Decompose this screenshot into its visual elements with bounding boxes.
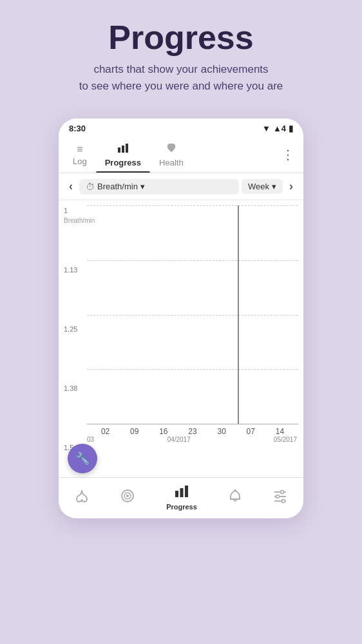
wrench-icon: 🔧 <box>75 451 90 466</box>
status-icons: ▼ ▲4 ▮ <box>262 124 293 133</box>
tab-progress-label: Progress <box>105 158 141 167</box>
x-axis-labels: 02 09 16 23 30 07 14 <box>87 424 298 436</box>
svg-rect-6 <box>175 491 178 497</box>
wifi-icon: ▼ <box>262 124 271 133</box>
hero-title: Progress <box>108 19 253 56</box>
x-label-16: 16 <box>159 427 167 436</box>
bars-container <box>87 205 298 424</box>
clock-icon: ⏱ <box>86 182 95 192</box>
next-button[interactable]: › <box>285 178 297 194</box>
tab-log[interactable]: ≡ Log <box>64 137 96 171</box>
chart-controls: ‹ ⏱ Breath/min ▾ Week ▾ › <box>59 173 303 200</box>
period-chevron-icon: ▾ <box>272 182 276 191</box>
month-03: 03 <box>87 436 94 443</box>
bottom-nav-settings[interactable] <box>266 488 294 507</box>
x-label-07: 07 <box>247 427 255 436</box>
nav-tabs: ≡ Log Progress Health ⋮ <box>59 136 303 173</box>
y-label-4: 1.38 <box>64 384 77 392</box>
hero-section: Progress charts that show your achieveme… <box>0 0 362 107</box>
svg-rect-1 <box>122 146 124 153</box>
bar-chart-icon <box>174 484 189 502</box>
bottom-nav-progress[interactable]: Progress <box>160 483 204 512</box>
y-axis: 1 1.13 1.25 1.38 1.5 <box>64 207 77 451</box>
svg-point-5 <box>126 495 129 497</box>
tab-log-label: Log <box>73 156 87 166</box>
metric-label: Breath/min <box>97 182 138 191</box>
target-icon <box>120 488 135 507</box>
chart-area: 1 1.13 1.25 1.38 1.5 Breath/min <box>59 200 303 477</box>
metric-dropdown[interactable]: ⏱ Breath/min ▾ <box>79 179 239 194</box>
menu-more-button[interactable]: ⋮ <box>278 142 298 167</box>
prev-button[interactable]: ‹ <box>65 178 77 194</box>
health-icon <box>166 142 177 156</box>
month-05: 05/2017 <box>274 436 297 443</box>
y-label-1: 1 <box>64 207 77 214</box>
x-label-30: 30 <box>217 427 225 436</box>
status-bar: 8:30 ▼ ▲4 ▮ <box>59 118 303 136</box>
hero-subtitle: charts that show your achievements to se… <box>79 61 283 94</box>
tab-progress[interactable]: Progress <box>96 136 150 173</box>
chart-inner <box>87 205 298 424</box>
svg-rect-0 <box>118 147 120 153</box>
svg-rect-8 <box>185 486 188 497</box>
period-label: Week <box>248 182 269 191</box>
progress-icon <box>117 142 129 156</box>
x-label-23: 23 <box>188 427 196 436</box>
tab-health-label: Health <box>159 158 184 167</box>
svg-point-14 <box>282 500 285 503</box>
lungs-icon <box>74 489 90 506</box>
svg-rect-2 <box>126 144 128 153</box>
tab-health[interactable]: Health <box>150 136 193 173</box>
month-labels: 03 04/2017 05/2017 <box>87 436 298 448</box>
bottom-nav: Progress <box>59 477 303 518</box>
svg-rect-7 <box>180 488 183 497</box>
bottom-nav-progress-label: Progress <box>166 503 197 511</box>
x-label-09: 09 <box>130 427 138 436</box>
sliders-icon <box>272 489 288 506</box>
bell-icon <box>228 488 242 507</box>
log-icon: ≡ <box>77 144 82 155</box>
month-04: 04/2017 <box>167 436 191 443</box>
status-time: 8:30 <box>69 124 86 133</box>
x-label-14: 14 <box>276 427 284 436</box>
y-label-3: 1.25 <box>64 325 77 333</box>
y-label-2: 1.13 <box>64 266 77 274</box>
bottom-nav-bell[interactable] <box>222 487 249 508</box>
bottom-nav-lungs[interactable] <box>68 488 96 507</box>
x-label-02: 02 <box>101 427 110 436</box>
phone-mockup: 8:30 ▼ ▲4 ▮ ≡ Log Progress Health ⋮ ‹ <box>59 118 303 518</box>
svg-point-12 <box>276 495 280 498</box>
metric-chevron-icon: ▾ <box>140 182 145 191</box>
svg-point-10 <box>281 491 284 494</box>
period-dropdown[interactable]: Week ▾ <box>242 179 283 194</box>
battery-icon: ▮ <box>289 124 293 133</box>
fab-button[interactable]: 🔧 <box>68 444 97 473</box>
signal-icon: ▲4 <box>273 124 286 133</box>
bottom-nav-target[interactable] <box>113 487 142 508</box>
